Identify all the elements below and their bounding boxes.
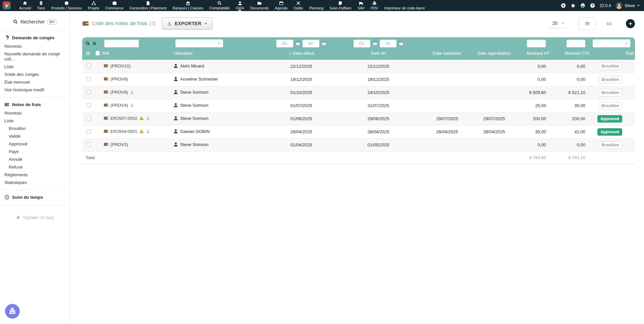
sidebar-item-nouveau[interactable]: Nouveau: [0, 42, 69, 50]
col-header-date-debut[interactable]: Date début: [269, 49, 333, 60]
help-icon[interactable]: [590, 3, 595, 8]
col-header-date-approbation[interactable]: Date approbation: [471, 49, 518, 60]
row-checkbox[interactable]: [87, 142, 91, 147]
col-header-date-validation[interactable]: Date validation: [424, 49, 471, 60]
col-header-ref[interactable]: Réf.: [101, 49, 172, 60]
sidebar-item-liste[interactable]: Liste: [0, 117, 69, 125]
menu-produits-services[interactable]: Produits | Services: [48, 0, 85, 11]
app-logo[interactable]: V: [3, 1, 11, 9]
menu-grh[interactable]: GRH: [233, 0, 247, 11]
table-row[interactable]: (PROV10)Aloïs Micard22/12/202522/12/2025…: [82, 60, 635, 73]
date-fin-from-input[interactable]: [354, 40, 370, 47]
list-view-button[interactable]: [579, 17, 596, 30]
expense-ref-link[interactable]: (PROV8): [110, 77, 128, 82]
sidebar-item-brouillon[interactable]: Brouillon: [0, 125, 69, 132]
sidebar-item-refus-[interactable]: Refusé: [0, 163, 69, 171]
sidebar-item-valid-[interactable]: Validé: [0, 132, 69, 140]
menu-imprimeur-de-code-barre[interactable]: Imprimeur de code-barre: [381, 0, 428, 11]
menu-outils[interactable]: Outils: [290, 0, 306, 11]
report-bug-link[interactable]: Signaler un bug: [0, 215, 69, 220]
row-checkbox[interactable]: [87, 116, 91, 121]
calendar-picker-icon[interactable]: [322, 41, 326, 46]
sidebar-item-statistiques[interactable]: Statistiques: [0, 179, 69, 186]
table-row[interactable]: ER2507-0002Steve Somson01/06/202529/06/2…: [82, 112, 635, 125]
fields-selector-icon[interactable]: [86, 51, 90, 56]
menu-commerce[interactable]: Commerce: [102, 0, 126, 11]
kanban-view-icon[interactable]: [606, 21, 612, 27]
section-title[interactable]: Notes de frais: [0, 101, 69, 109]
date-debut-from-input[interactable]: [276, 40, 293, 47]
row-checkbox[interactable]: [87, 90, 91, 94]
expense-ref-link[interactable]: ER2504-0001: [110, 129, 137, 134]
section-title[interactable]: Suivi du temps: [0, 194, 69, 202]
add-quick-icon[interactable]: [561, 3, 566, 8]
etat-filter-select[interactable]: [593, 39, 630, 47]
select-all-checkbox[interactable]: [96, 51, 100, 55]
menu-banques-caisses[interactable]: Banques | Caisses: [170, 0, 207, 11]
new-expense-button[interactable]: [626, 19, 635, 28]
pos-shortcut-button[interactable]: [5, 304, 20, 319]
export-button[interactable]: EXPORTER: [162, 17, 213, 30]
section-title[interactable]: Demande de congés: [0, 35, 69, 42]
expense-ref-link[interactable]: (PROV6): [110, 90, 128, 95]
menu-documents[interactable]: Documents: [247, 0, 272, 11]
expense-ref-link[interactable]: (PROV3): [110, 142, 128, 147]
apply-filter-icon[interactable]: [86, 41, 90, 46]
sidebar-item-nouvelle-demande-de-cong-coll-[interactable]: Nouvelle demande de congé coll…: [0, 50, 69, 63]
page-size-select[interactable]: 20: [548, 19, 569, 28]
sidebar-item-solde-des-cong-s[interactable]: Solde des congés: [0, 71, 69, 78]
expense-ref-link[interactable]: (PROV10): [110, 63, 130, 68]
row-checkbox[interactable]: [87, 103, 91, 107]
col-header-montant-ht[interactable]: Montant HT: [518, 49, 551, 60]
user-link[interactable]: Steve Somson: [180, 142, 209, 147]
montant-ttc-filter-input[interactable]: [567, 40, 585, 47]
expense-ref-link[interactable]: (PROV4): [110, 103, 128, 108]
sidebar-item-liste[interactable]: Liste: [0, 63, 69, 71]
ref-filter-input[interactable]: [104, 40, 139, 47]
sidebar-item-pay-[interactable]: Payé: [0, 148, 69, 155]
user-link[interactable]: Gaetan GOBIN: [180, 129, 210, 134]
sidebar-item-r-glements[interactable]: Règlements: [0, 171, 69, 179]
menu-projets[interactable]: Projets: [85, 0, 102, 11]
search-button[interactable]: Rechercher ⌘K: [0, 18, 69, 31]
row-checkbox[interactable]: [87, 77, 91, 81]
menu-sav[interactable]: SAV: [355, 0, 368, 11]
sidebar-item-annul-[interactable]: Annulé: [0, 155, 69, 163]
montant-ht-filter-input[interactable]: [527, 40, 546, 47]
sidebar-item-approuv-[interactable]: Approuvé: [0, 140, 69, 148]
table-row[interactable]: (PROV4)Steve Somson01/07/202531/07/20252…: [82, 99, 635, 112]
page-title[interactable]: Liste des notes de frais: [92, 20, 148, 27]
menu-pdv[interactable]: PDV: [368, 0, 381, 11]
date-fin-to-input[interactable]: [380, 40, 396, 47]
bookmarks-star-icon[interactable]: [571, 3, 576, 8]
table-row[interactable]: (PROV8)Anselme Schneider19/12/202519/12/…: [82, 73, 635, 86]
calendar-picker-icon[interactable]: [399, 41, 404, 46]
menu-agenda[interactable]: Agenda: [272, 0, 290, 11]
menu-accueil[interactable]: Accueil: [16, 0, 34, 11]
row-checkbox[interactable]: [87, 63, 91, 68]
sidebar-item-nouveau[interactable]: Nouveau: [0, 109, 69, 117]
table-row[interactable]: ER2504-0001Gaetan GOBIN28/04/202528/04/2…: [82, 125, 635, 138]
row-checkbox[interactable]: [87, 129, 91, 134]
user-link[interactable]: Steve Somson: [180, 90, 209, 95]
clear-filter-icon[interactable]: [92, 41, 97, 46]
col-header-montant-ttc[interactable]: Montant TTC: [551, 49, 591, 60]
col-header-etat[interactable]: État: [591, 49, 635, 60]
menu-planning[interactable]: Planning: [306, 0, 326, 11]
sidebar-item-voir-historique-modif-[interactable]: Voir historique modif.: [0, 86, 69, 94]
user-menu[interactable]: Steve: [615, 2, 640, 9]
date-debut-to-input[interactable]: [303, 40, 319, 47]
print-icon[interactable]: [580, 3, 585, 8]
user-link[interactable]: Anselme Schneider: [180, 77, 218, 82]
menu-suivi-d-affaire[interactable]: Suivi d'affaire: [326, 0, 355, 11]
menu-comptabilit-[interactable]: Comptabilité: [206, 0, 233, 11]
sidebar-item--tat-mensuel[interactable]: État mensuel: [0, 78, 69, 86]
user-link[interactable]: Steve Somson: [180, 103, 209, 108]
user-filter-select[interactable]: [175, 39, 223, 47]
calendar-picker-icon[interactable]: [296, 41, 300, 46]
col-header-date-fin[interactable]: Date fin: [333, 49, 424, 60]
user-link[interactable]: Steve Somson: [180, 116, 209, 121]
menu-tiers[interactable]: Tiers: [34, 0, 48, 11]
table-row[interactable]: (PROV3)Steve Somson01/04/202501/05/20250…: [82, 138, 635, 151]
table-row[interactable]: (PROV6)Steve Somson01/10/202524/10/20256…: [82, 86, 635, 99]
